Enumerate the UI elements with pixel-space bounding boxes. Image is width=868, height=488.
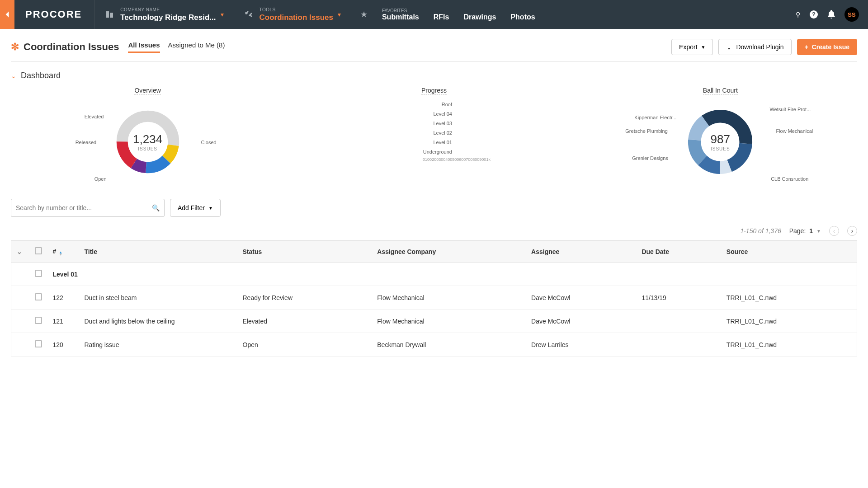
row-checkbox[interactable] [35,317,42,324]
search-icon: 🔍 [152,204,160,211]
group-checkbox[interactable] [35,270,42,277]
company-label: COMPANY NAME [120,7,216,12]
cell-status: Ready for Review [237,286,372,310]
cell-source: TRRI_L01_C.nwd [721,333,857,357]
overview-chart: Overview 1,234 ISSUES Elevated Released … [11,87,284,183]
sort-icon[interactable]: ▲▼ [59,251,62,256]
bar-row: Underground [411,149,457,155]
svg-text:?: ? [812,11,816,18]
cell-assignee: Dave McCowl [526,310,636,333]
col-source[interactable]: Source [721,241,857,263]
pager: 1-150 of 1,376 Page: 1 ▼ ‹ › [11,226,857,236]
expand-all-icon[interactable]: ⌄ [17,248,22,255]
logo: PROCORE [14,0,94,29]
tools-label: TOOLS [259,7,333,12]
star-icon: ★ [360,9,368,19]
group-row[interactable]: Level 01 [11,263,857,286]
cell-due [636,310,721,333]
bic-chart: Ball In Court 987 ISSUES Kipperman Elect… [584,87,857,183]
tab-assigned-to-me[interactable]: Assigned to Me (8) [168,41,225,53]
page-header: ✻ Coordination Issues All Issues Assigne… [11,39,857,62]
col-assignee[interactable]: Assignee [526,241,636,263]
building-icon [105,10,114,19]
cell-title: Duct in steel beam [79,286,237,310]
chevron-down-icon: ⌄ [11,72,16,80]
back-button[interactable] [0,0,14,29]
add-filter-button[interactable]: Add Filter▼ [170,199,221,217]
company-value: Technology Ridge Resid... [120,13,216,22]
row-checkbox[interactable] [35,340,42,347]
cell-title: Duct and lights below the ceiling [79,310,237,333]
fav-submittals[interactable]: Submittals [382,13,419,21]
wrench-icon [244,10,253,19]
export-button[interactable]: Export▼ [671,39,713,55]
create-issue-button[interactable]: +Create Issue [797,39,857,55]
pager-count: 1-150 of 1,376 [740,227,781,235]
cell-title: Rating issue [79,333,237,357]
download-plugin-button[interactable]: ⭳Download Plugin [718,39,791,55]
cell-company: Beckman Drywall [372,333,526,357]
chevron-down-icon: ▾ [221,11,224,18]
user-avatar[interactable]: SS [844,7,859,22]
help-icon[interactable]: ? [809,10,818,19]
table-row[interactable]: 121Duct and lights below the ceilingElev… [11,310,857,333]
table-row[interactable]: 120Rating issueOpenBeckman DrywallDrew L… [11,333,857,357]
cell-company: Flow Mechanical [372,286,526,310]
fav-drawings[interactable]: Drawings [463,13,496,21]
group-label: Level 01 [47,263,857,286]
col-due[interactable]: Due Date [636,241,721,263]
chevron-down-icon: ▾ [338,11,341,18]
chevron-down-icon: ▼ [816,229,821,234]
cell-due [636,333,721,357]
bar-row: Level 04 [411,111,457,117]
col-status[interactable]: Status [237,241,372,263]
page-value[interactable]: 1 [809,227,813,235]
page-label: Page: [789,227,806,235]
plug-icon[interactable]: ⚲ [796,11,800,18]
bar-row: Level 01 [411,139,457,145]
cell-num: 122 [47,286,79,310]
tools-value: Coordination Issues [259,13,333,22]
bar-label: Level 01 [411,140,452,145]
bar-label: Roof [411,102,452,107]
row-checkbox[interactable] [35,293,42,300]
prev-page-button[interactable]: ‹ [829,226,839,236]
bar-row: Level 03 [411,120,457,126]
bar-row: Level 02 [411,130,457,136]
page-title: ✻ Coordination Issues [11,41,119,53]
cell-due: 11/13/19 [636,286,721,310]
search-input[interactable] [16,204,152,211]
bar-label: Level 02 [411,130,452,136]
table-row[interactable]: 122Duct in steel beamReady for ReviewFlo… [11,286,857,310]
gear-icon: ✻ [11,41,19,53]
tools-picker[interactable]: TOOLS Coordination Issues ▾ [234,0,351,29]
tab-all-issues[interactable]: All Issues [128,41,160,53]
cell-status: Open [237,333,372,357]
dashboard: Overview 1,234 ISSUES Elevated Released … [11,87,857,183]
col-company[interactable]: Assignee Company [372,241,526,263]
select-all-checkbox[interactable] [35,247,42,254]
header-right: ⚲ ? SS [787,0,868,29]
search-field[interactable]: 🔍 [11,199,165,217]
chevron-down-icon: ▼ [701,45,706,50]
chart-title: Progress [421,87,447,95]
next-page-button[interactable]: › [847,226,857,236]
plus-icon: + [805,43,808,51]
top-header: PROCORE COMPANY NAME Technology Ridge Re… [0,0,868,29]
chart-title: Overview [134,87,160,95]
bar-label: Level 03 [411,121,452,126]
chevron-down-icon: ▼ [208,206,213,211]
dashboard-toggle[interactable]: ⌄ Dashboard [11,71,857,80]
col-num[interactable]: # [53,248,57,255]
download-icon: ⭳ [726,43,732,51]
col-title[interactable]: Title [79,241,237,263]
issues-table: ⌄ #▲▼ Title Status Assignee Company Assi… [11,240,857,357]
bell-icon[interactable] [827,10,835,19]
cell-num: 120 [47,333,79,357]
cell-status: Elevated [237,310,372,333]
filter-bar: 🔍 Add Filter▼ [11,199,857,217]
favorites-bar: ★ FAVORITES Submittals RFIs Drawings Pho… [351,0,544,29]
company-picker[interactable]: COMPANY NAME Technology Ridge Resid... ▾ [94,0,233,29]
fav-photos[interactable]: Photos [510,13,535,21]
fav-rfis[interactable]: RFIs [434,13,449,21]
